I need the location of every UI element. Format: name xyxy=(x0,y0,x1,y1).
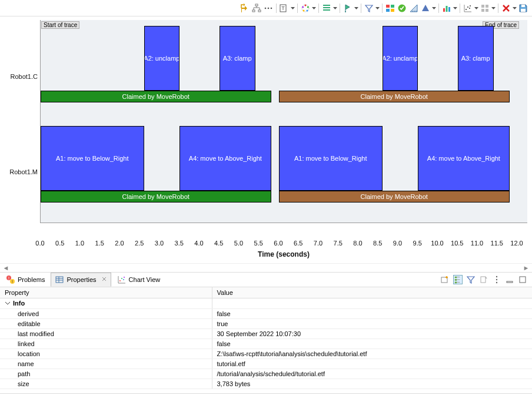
svg-point-9 xyxy=(305,4,307,6)
palette-icon[interactable] xyxy=(385,3,395,14)
scatter-icon[interactable] xyxy=(463,3,473,14)
triangle-dropdown[interactable] xyxy=(432,3,436,14)
svg-rect-21 xyxy=(391,9,394,12)
property-row[interactable]: editabletrue xyxy=(0,319,532,329)
x-tick: 1.0 xyxy=(75,240,84,247)
event-block[interactable]: A1: move to Below_Right xyxy=(41,126,144,191)
tab-chart-view[interactable]: Chart View xyxy=(114,273,164,286)
svg-rect-31 xyxy=(486,5,488,8)
group-row[interactable]: Info xyxy=(0,298,212,309)
color-picker-icon[interactable] xyxy=(300,3,311,14)
svg-rect-57 xyxy=(520,277,526,283)
view-tab-actions xyxy=(440,275,530,284)
filter-icon[interactable] xyxy=(364,3,374,14)
list-lines-icon[interactable] xyxy=(321,3,332,14)
maximize-icon[interactable] xyxy=(518,275,527,284)
text-mode-icon[interactable]: T xyxy=(279,3,290,14)
bar-chart-small-icon[interactable] xyxy=(441,3,452,14)
svg-rect-16 xyxy=(323,9,330,11)
x-tick: 6.5 xyxy=(294,240,302,247)
horizontal-scrollbar[interactable]: ◄ ► xyxy=(0,264,532,272)
view-menu-icon[interactable] xyxy=(492,275,501,284)
scatter-dropdown[interactable] xyxy=(474,3,478,14)
property-row[interactable]: locationZ:\lsat\ws-rcptt\tutorial\analys… xyxy=(0,349,532,359)
filter-view-icon[interactable] xyxy=(466,275,476,284)
pin-flag-icon[interactable] xyxy=(343,3,353,14)
property-row[interactable]: linkedfalse xyxy=(0,339,532,349)
toolbar-separator xyxy=(361,4,361,13)
start-of-trace-marker: Start of trace xyxy=(41,21,79,29)
tab-problems[interactable]: !! Problems xyxy=(2,273,48,286)
svg-point-44 xyxy=(119,280,121,281)
bar-chart-dropdown[interactable] xyxy=(453,3,457,14)
x-tick: 5.5 xyxy=(254,240,263,247)
claim-bar[interactable]: Claimed by MoveRobot xyxy=(279,191,510,203)
tab-properties[interactable]: Properties xyxy=(51,273,111,287)
svg-rect-20 xyxy=(386,9,390,12)
pin-view-icon[interactable] xyxy=(479,275,488,284)
x-tick: 8.5 xyxy=(373,240,382,247)
svg-rect-30 xyxy=(481,5,484,8)
triangle-ruler-icon[interactable] xyxy=(408,3,419,14)
x-axis: Time (seconds) 0.00.51.01.52.02.53.03.54… xyxy=(40,240,527,262)
property-row[interactable]: derivedfalse xyxy=(0,309,532,319)
event-block[interactable]: A2: unclamp xyxy=(144,26,180,91)
event-block[interactable]: A3: clamp xyxy=(220,26,255,91)
svg-rect-32 xyxy=(481,9,484,12)
property-row[interactable]: path/tutorial/analysis/scheduled/tutoria… xyxy=(0,369,532,379)
grid-dropdown[interactable] xyxy=(491,3,496,14)
new-view-icon[interactable] xyxy=(440,275,450,284)
tree-view-icon[interactable] xyxy=(453,275,463,284)
scroll-left-icon[interactable]: ◄ xyxy=(2,264,9,271)
x-tick: 8.0 xyxy=(353,240,362,247)
x-tick: 5.0 xyxy=(234,240,243,247)
svg-point-55 xyxy=(496,282,497,283)
triangle-icon[interactable] xyxy=(420,3,431,14)
toggle-tree-icon[interactable] xyxy=(240,3,250,14)
x-tick: 7.5 xyxy=(334,240,343,247)
gantt-plot-area[interactable]: Start of trace End of trace Claimed by M… xyxy=(40,20,527,223)
svg-text:!: ! xyxy=(8,276,9,280)
property-row[interactable]: nametutorial.etf xyxy=(0,359,532,369)
svg-point-54 xyxy=(496,279,497,280)
column-header-value[interactable]: Value xyxy=(212,287,532,298)
svg-point-53 xyxy=(496,276,497,277)
event-block[interactable]: A4: move to Above_Right xyxy=(179,126,271,191)
checkmark-icon[interactable] xyxy=(397,3,407,14)
svg-point-13 xyxy=(302,6,304,8)
property-key: size xyxy=(0,379,212,389)
claim-bar[interactable]: Claimed by MoveRobot xyxy=(41,191,271,203)
list-lines-dropdown[interactable] xyxy=(333,3,337,14)
chart-view-icon xyxy=(117,275,127,284)
grid-2x2-icon[interactable] xyxy=(480,3,490,14)
dots-horizontal-icon[interactable] xyxy=(263,3,274,14)
x-tick: 1.5 xyxy=(95,240,104,247)
x-tick: 11.5 xyxy=(491,240,503,247)
hierarchy-icon[interactable] xyxy=(251,3,262,14)
text-mode-dropdown[interactable] xyxy=(291,3,295,14)
property-row[interactable]: size3,783 bytes xyxy=(0,379,532,389)
close-x-icon[interactable] xyxy=(501,3,511,14)
property-row[interactable]: last modified30 September 2022 10:07:30 xyxy=(0,329,532,339)
property-key: name xyxy=(0,359,212,369)
event-block[interactable]: A2: unclamp xyxy=(383,26,418,91)
scroll-track[interactable] xyxy=(9,268,523,268)
x-tick: 9.0 xyxy=(393,240,402,247)
event-block[interactable]: A3: clamp xyxy=(458,26,494,91)
event-block[interactable]: A1: move to Below_Right xyxy=(279,126,383,191)
column-header-property[interactable]: Property xyxy=(0,287,212,298)
svg-rect-23 xyxy=(443,8,445,12)
tab-chart-view-label: Chart View xyxy=(129,276,161,283)
filter-dropdown[interactable] xyxy=(375,3,380,14)
close-dropdown[interactable] xyxy=(513,3,517,14)
claim-bar[interactable]: Claimed by MoveRobot xyxy=(41,91,271,102)
pin-flag-dropdown[interactable] xyxy=(354,3,358,14)
minimize-icon[interactable] xyxy=(505,275,514,284)
svg-rect-19 xyxy=(391,5,394,8)
svg-point-28 xyxy=(469,8,470,9)
event-block[interactable]: A4: move to Above_Right xyxy=(418,126,509,191)
claim-bar[interactable]: Claimed by MoveRobot xyxy=(279,91,510,102)
save-icon[interactable] xyxy=(518,3,528,14)
color-picker-dropdown[interactable] xyxy=(312,3,316,14)
scroll-right-icon[interactable]: ► xyxy=(523,264,530,271)
